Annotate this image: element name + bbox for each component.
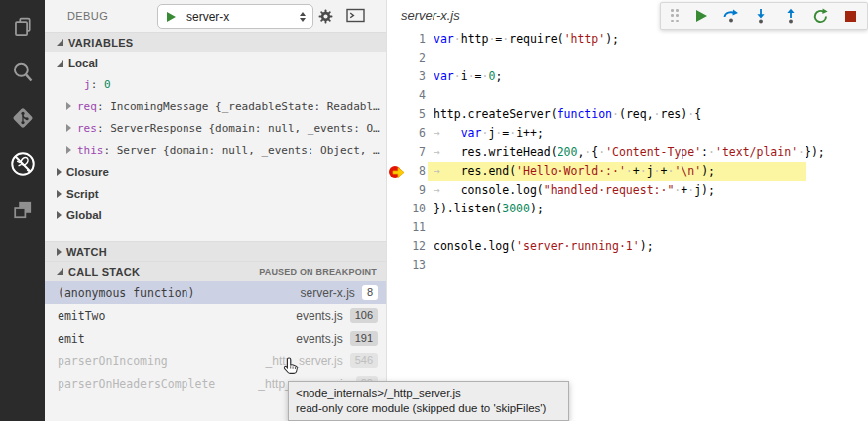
code-line-6[interactable]: 6→var·j·=·i++;: [387, 124, 868, 143]
vscode-debug-window: DEBUG server-x: [0, 0, 868, 421]
variables-title: VARIABLES: [68, 37, 133, 49]
source-control-icon[interactable]: [9, 104, 37, 132]
explorer-icon[interactable]: [9, 13, 37, 41]
launch-config-name: server-x: [186, 10, 229, 24]
continue-button[interactable]: [686, 4, 716, 28]
code-token: ·: [626, 164, 633, 178]
code-token: (req,: [619, 107, 654, 121]
line-number[interactable]: 11: [387, 218, 426, 237]
code-line-9[interactable]: 9→console.log("handled·request:·"·+·j);: [387, 181, 868, 200]
code-line-11[interactable]: 11: [387, 218, 868, 237]
debug-sidebar-header: DEBUG server-x: [45, 0, 386, 32]
variable-text: res: ServerResponse {domain: null, _even…: [77, 122, 380, 135]
variables-section-header[interactable]: VARIABLES: [45, 32, 386, 52]
scope-row-local[interactable]: Local: [45, 52, 386, 73]
code-token: '\n': [674, 164, 701, 178]
stack-frame-row[interactable]: (anonymous function)server-x.js8: [45, 281, 386, 304]
code-token: {: [694, 107, 701, 121]
line-number[interactable]: 5: [387, 105, 426, 124]
chevron-expanded-icon: [57, 268, 63, 275]
start-debug-icon[interactable]: [167, 12, 176, 22]
restart-button[interactable]: [806, 4, 835, 28]
code-token: 'http': [564, 32, 606, 46]
configure-gear-icon[interactable]: [314, 5, 336, 27]
toolbar-drag-handle[interactable]: [669, 9, 681, 23]
code-token: function: [558, 107, 612, 121]
code-line-2[interactable]: 2: [387, 49, 868, 68]
code-token: 'server·running·1': [516, 239, 640, 253]
line-number[interactable]: 1: [387, 30, 426, 49]
tab-whitespace-icon: →: [434, 162, 461, 181]
code-token: });: [805, 145, 825, 159]
search-icon[interactable]: [9, 59, 37, 86]
code-area: 1var·http·=·require('http');23var·i·=·0;…: [387, 30, 868, 275]
code-token: ·: [654, 164, 661, 178]
frame-file-name: events.js: [296, 309, 342, 323]
code-token: ·: [798, 145, 805, 159]
code-line-8[interactable]: 8→res.end('Hello·World·:·'·+·j·+·'\n');: [387, 162, 868, 181]
line-number[interactable]: 13: [387, 256, 426, 275]
step-over-button[interactable]: [716, 4, 746, 28]
stack-frame-tooltip: <node_internals>/_http_server.js read-on…: [288, 381, 569, 421]
variable-value: IncomingMessage {_readableState: Readabl…: [110, 100, 380, 113]
open-console-icon[interactable]: [345, 5, 367, 27]
code-token: http.createServer(: [434, 107, 558, 121]
step-out-button[interactable]: [776, 4, 806, 28]
code-token: console.log(: [461, 183, 544, 197]
frame-line-badge: 546: [350, 353, 378, 368]
variable-row-this[interactable]: this: Server {domain: null, _events: Obj…: [45, 139, 386, 161]
code-token: 200: [558, 145, 578, 159]
variable-row-req[interactable]: req: IncomingMessage {_readableState: Re…: [45, 95, 386, 117]
code-token: ;: [495, 70, 502, 83]
code-line-13[interactable]: 13: [387, 256, 868, 275]
spacer: [45, 226, 386, 241]
code-token: var: [434, 70, 454, 83]
code-token: 'Content-Type': [605, 145, 701, 159]
stop-button[interactable]: [835, 4, 865, 28]
line-number[interactable]: 3: [387, 68, 426, 86]
chevron-collapsed-icon: [57, 168, 62, 176]
line-number[interactable]: 4: [387, 86, 426, 105]
line-number[interactable]: 9: [387, 181, 426, 200]
code-line-1[interactable]: 1var·http·=·require('http');: [387, 30, 868, 49]
scope-row-script[interactable]: Script: [45, 183, 386, 205]
code-line-4[interactable]: 4: [387, 86, 868, 105]
line-number[interactable]: 12: [387, 237, 426, 256]
line-number[interactable]: 8: [387, 162, 426, 181]
variables-list: Localj: 0req: IncomingMessage {_readable…: [45, 52, 386, 226]
code-token: ·: [468, 70, 475, 83]
debug-icon[interactable]: [9, 150, 37, 178]
code-line-12[interactable]: 12console.log('server·running·1');: [387, 237, 868, 256]
line-number[interactable]: 7: [387, 143, 426, 162]
tab-whitespace-icon: →: [434, 181, 461, 200]
tooltip-path: <node_internals>/_http_server.js: [296, 386, 561, 401]
variable-row-j[interactable]: j: 0: [45, 73, 386, 95]
line-number[interactable]: 6: [387, 124, 426, 143]
scope-row-closure[interactable]: Closure: [45, 161, 386, 183]
code-line-3[interactable]: 3var·i·=·0;: [387, 68, 868, 86]
code-token: );: [605, 32, 619, 46]
step-into-button[interactable]: [746, 4, 776, 28]
stack-frame-row[interactable]: emitevents.js191: [45, 327, 386, 350]
stack-frame-row[interactable]: parserOnIncoming_http_server.js546: [45, 350, 386, 372]
code-token: j: [647, 164, 654, 178]
editor-file-title: server-x.js: [401, 8, 460, 23]
chevron-expanded-icon: [57, 39, 63, 46]
code-line-7[interactable]: 7→res.writeHead(200,·{·'Content-Type':·'…: [387, 143, 868, 162]
scope-label: Local: [68, 57, 98, 69]
chevron-collapsed-icon: [57, 211, 62, 219]
call-stack-section-header[interactable]: CALL STACK PAUSED ON BREAKPOINT: [45, 261, 386, 281]
launch-config-select[interactable]: server-x: [157, 4, 313, 29]
code-token: j);: [694, 183, 715, 197]
watch-section-header[interactable]: WATCH: [45, 241, 386, 261]
line-number[interactable]: 2: [387, 49, 426, 68]
scope-row-global[interactable]: Global: [45, 205, 386, 226]
stack-frame-row[interactable]: emitTwoevents.js106: [45, 304, 386, 327]
code-line-10[interactable]: 10}).listen(3000);: [387, 200, 868, 218]
line-number[interactable]: 10: [387, 200, 426, 218]
extensions-icon[interactable]: [9, 196, 37, 223]
variable-row-res[interactable]: res: ServerResponse {domain: null, _even…: [45, 117, 386, 139]
chevron-collapsed-icon: [66, 146, 71, 154]
code-line-5[interactable]: 5http.createServer(function·(req,·res)·{: [387, 105, 868, 124]
line-content: →var·j·=·i++;: [434, 124, 544, 143]
